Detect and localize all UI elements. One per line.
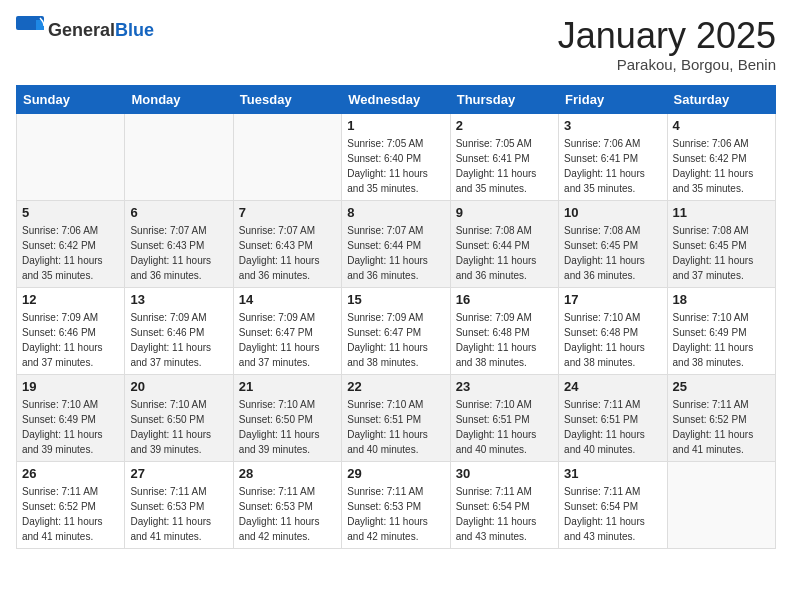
calendar-day-cell: 20Sunrise: 7:10 AMSunset: 6:50 PMDayligh… — [125, 374, 233, 461]
calendar-day-cell: 15Sunrise: 7:09 AMSunset: 6:47 PMDayligh… — [342, 287, 450, 374]
calendar-day-cell — [233, 113, 341, 200]
day-number: 25 — [673, 379, 770, 394]
calendar-day-cell: 17Sunrise: 7:10 AMSunset: 6:48 PMDayligh… — [559, 287, 667, 374]
calendar-day-cell: 2Sunrise: 7:05 AMSunset: 6:41 PMDaylight… — [450, 113, 558, 200]
day-number: 30 — [456, 466, 553, 481]
calendar-day-cell — [125, 113, 233, 200]
svg-rect-1 — [16, 30, 44, 44]
day-number: 29 — [347, 466, 444, 481]
day-number: 12 — [22, 292, 119, 307]
day-number: 20 — [130, 379, 227, 394]
day-number: 26 — [22, 466, 119, 481]
logo-icon — [16, 16, 44, 44]
day-number: 2 — [456, 118, 553, 133]
calendar-day-cell: 4Sunrise: 7:06 AMSunset: 6:42 PMDaylight… — [667, 113, 775, 200]
weekday-header-sunday: Sunday — [17, 85, 125, 113]
calendar-day-cell: 28Sunrise: 7:11 AMSunset: 6:53 PMDayligh… — [233, 461, 341, 548]
calendar-day-cell: 29Sunrise: 7:11 AMSunset: 6:53 PMDayligh… — [342, 461, 450, 548]
day-number: 23 — [456, 379, 553, 394]
day-info: Sunrise: 7:11 AMSunset: 6:53 PMDaylight:… — [239, 484, 336, 544]
location: Parakou, Borgou, Benin — [558, 56, 776, 73]
day-info: Sunrise: 7:07 AMSunset: 6:43 PMDaylight:… — [239, 223, 336, 283]
calendar-day-cell: 14Sunrise: 7:09 AMSunset: 6:47 PMDayligh… — [233, 287, 341, 374]
day-number: 18 — [673, 292, 770, 307]
day-info: Sunrise: 7:08 AMSunset: 6:44 PMDaylight:… — [456, 223, 553, 283]
calendar-day-cell: 31Sunrise: 7:11 AMSunset: 6:54 PMDayligh… — [559, 461, 667, 548]
logo: General Blue — [16, 16, 154, 44]
weekday-header-row: SundayMondayTuesdayWednesdayThursdayFrid… — [17, 85, 776, 113]
weekday-header-thursday: Thursday — [450, 85, 558, 113]
day-info: Sunrise: 7:10 AMSunset: 6:51 PMDaylight:… — [347, 397, 444, 457]
calendar-day-cell: 13Sunrise: 7:09 AMSunset: 6:46 PMDayligh… — [125, 287, 233, 374]
day-info: Sunrise: 7:09 AMSunset: 6:47 PMDaylight:… — [239, 310, 336, 370]
day-number: 6 — [130, 205, 227, 220]
day-info: Sunrise: 7:09 AMSunset: 6:48 PMDaylight:… — [456, 310, 553, 370]
day-number: 14 — [239, 292, 336, 307]
calendar-day-cell: 5Sunrise: 7:06 AMSunset: 6:42 PMDaylight… — [17, 200, 125, 287]
weekday-header-tuesday: Tuesday — [233, 85, 341, 113]
calendar-day-cell: 8Sunrise: 7:07 AMSunset: 6:44 PMDaylight… — [342, 200, 450, 287]
weekday-header-saturday: Saturday — [667, 85, 775, 113]
calendar-week-row: 12Sunrise: 7:09 AMSunset: 6:46 PMDayligh… — [17, 287, 776, 374]
day-number: 1 — [347, 118, 444, 133]
calendar-day-cell — [667, 461, 775, 548]
calendar-day-cell: 7Sunrise: 7:07 AMSunset: 6:43 PMDaylight… — [233, 200, 341, 287]
weekday-header-monday: Monday — [125, 85, 233, 113]
calendar-week-row: 26Sunrise: 7:11 AMSunset: 6:52 PMDayligh… — [17, 461, 776, 548]
calendar-day-cell: 18Sunrise: 7:10 AMSunset: 6:49 PMDayligh… — [667, 287, 775, 374]
day-number: 19 — [22, 379, 119, 394]
weekday-header-wednesday: Wednesday — [342, 85, 450, 113]
calendar-week-row: 1Sunrise: 7:05 AMSunset: 6:40 PMDaylight… — [17, 113, 776, 200]
day-number: 27 — [130, 466, 227, 481]
day-number: 8 — [347, 205, 444, 220]
calendar-day-cell: 16Sunrise: 7:09 AMSunset: 6:48 PMDayligh… — [450, 287, 558, 374]
day-info: Sunrise: 7:07 AMSunset: 6:43 PMDaylight:… — [130, 223, 227, 283]
day-info: Sunrise: 7:09 AMSunset: 6:47 PMDaylight:… — [347, 310, 444, 370]
calendar-day-cell: 1Sunrise: 7:05 AMSunset: 6:40 PMDaylight… — [342, 113, 450, 200]
day-info: Sunrise: 7:06 AMSunset: 6:42 PMDaylight:… — [673, 136, 770, 196]
logo-general-text: General — [48, 21, 115, 39]
calendar-day-cell — [17, 113, 125, 200]
day-number: 22 — [347, 379, 444, 394]
calendar-day-cell: 25Sunrise: 7:11 AMSunset: 6:52 PMDayligh… — [667, 374, 775, 461]
calendar-day-cell: 24Sunrise: 7:11 AMSunset: 6:51 PMDayligh… — [559, 374, 667, 461]
day-info: Sunrise: 7:11 AMSunset: 6:52 PMDaylight:… — [673, 397, 770, 457]
day-number: 3 — [564, 118, 661, 133]
day-info: Sunrise: 7:08 AMSunset: 6:45 PMDaylight:… — [564, 223, 661, 283]
logo-blue-text: Blue — [115, 21, 154, 39]
day-info: Sunrise: 7:10 AMSunset: 6:50 PMDaylight:… — [239, 397, 336, 457]
calendar-day-cell: 22Sunrise: 7:10 AMSunset: 6:51 PMDayligh… — [342, 374, 450, 461]
title-block: January 2025 Parakou, Borgou, Benin — [558, 16, 776, 73]
page-header: General Blue January 2025 Parakou, Borgo… — [16, 16, 776, 73]
calendar-day-cell: 21Sunrise: 7:10 AMSunset: 6:50 PMDayligh… — [233, 374, 341, 461]
calendar-week-row: 19Sunrise: 7:10 AMSunset: 6:49 PMDayligh… — [17, 374, 776, 461]
day-number: 31 — [564, 466, 661, 481]
calendar-day-cell: 19Sunrise: 7:10 AMSunset: 6:49 PMDayligh… — [17, 374, 125, 461]
day-info: Sunrise: 7:06 AMSunset: 6:41 PMDaylight:… — [564, 136, 661, 196]
day-info: Sunrise: 7:10 AMSunset: 6:48 PMDaylight:… — [564, 310, 661, 370]
day-info: Sunrise: 7:11 AMSunset: 6:53 PMDaylight:… — [130, 484, 227, 544]
calendar-day-cell: 30Sunrise: 7:11 AMSunset: 6:54 PMDayligh… — [450, 461, 558, 548]
day-number: 15 — [347, 292, 444, 307]
day-info: Sunrise: 7:11 AMSunset: 6:53 PMDaylight:… — [347, 484, 444, 544]
day-info: Sunrise: 7:10 AMSunset: 6:49 PMDaylight:… — [673, 310, 770, 370]
day-number: 16 — [456, 292, 553, 307]
calendar-day-cell: 10Sunrise: 7:08 AMSunset: 6:45 PMDayligh… — [559, 200, 667, 287]
calendar-day-cell: 9Sunrise: 7:08 AMSunset: 6:44 PMDaylight… — [450, 200, 558, 287]
day-info: Sunrise: 7:11 AMSunset: 6:54 PMDaylight:… — [456, 484, 553, 544]
day-info: Sunrise: 7:05 AMSunset: 6:41 PMDaylight:… — [456, 136, 553, 196]
calendar-day-cell: 6Sunrise: 7:07 AMSunset: 6:43 PMDaylight… — [125, 200, 233, 287]
day-info: Sunrise: 7:11 AMSunset: 6:51 PMDaylight:… — [564, 397, 661, 457]
day-info: Sunrise: 7:11 AMSunset: 6:54 PMDaylight:… — [564, 484, 661, 544]
day-number: 7 — [239, 205, 336, 220]
day-number: 4 — [673, 118, 770, 133]
day-number: 17 — [564, 292, 661, 307]
day-info: Sunrise: 7:06 AMSunset: 6:42 PMDaylight:… — [22, 223, 119, 283]
day-info: Sunrise: 7:10 AMSunset: 6:50 PMDaylight:… — [130, 397, 227, 457]
day-number: 5 — [22, 205, 119, 220]
calendar-day-cell: 11Sunrise: 7:08 AMSunset: 6:45 PMDayligh… — [667, 200, 775, 287]
day-number: 28 — [239, 466, 336, 481]
day-info: Sunrise: 7:09 AMSunset: 6:46 PMDaylight:… — [130, 310, 227, 370]
day-info: Sunrise: 7:05 AMSunset: 6:40 PMDaylight:… — [347, 136, 444, 196]
calendar-day-cell: 23Sunrise: 7:10 AMSunset: 6:51 PMDayligh… — [450, 374, 558, 461]
